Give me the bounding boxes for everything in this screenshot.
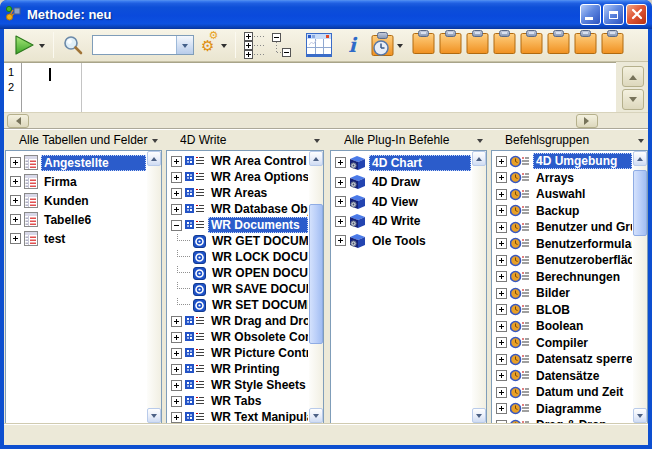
tree-item[interactable]: Benutzer und Gruppen bbox=[494, 219, 632, 236]
code-editor[interactable]: 1 2 bbox=[4, 62, 616, 112]
editor-horizontal-scrollbar[interactable] bbox=[4, 112, 648, 128]
expand-toggle[interactable] bbox=[496, 238, 507, 249]
tree-item[interactable]: Backup bbox=[494, 203, 632, 220]
tree-item[interactable]: Auswahl bbox=[494, 186, 632, 203]
tree-item[interactable]: WR Area Options bbox=[169, 169, 308, 185]
expand-toggle[interactable] bbox=[171, 364, 182, 375]
tree-item[interactable]: Tabelle6 bbox=[8, 210, 146, 229]
expand-toggle[interactable] bbox=[496, 354, 507, 365]
expand-toggle[interactable] bbox=[496, 189, 507, 200]
clipboard-icon[interactable] bbox=[439, 30, 462, 60]
tree-item[interactable]: WR GET DOCUMENT bbox=[169, 233, 308, 249]
tree-item[interactable]: WR Areas bbox=[169, 185, 308, 201]
expand-toggle[interactable] bbox=[171, 204, 182, 215]
combobox-dropdown-button[interactable] bbox=[176, 36, 193, 54]
scroll-up-button[interactable] bbox=[147, 151, 161, 166]
tree-item[interactable]: WR Text Manipulation bbox=[169, 409, 308, 424]
tree-item[interactable]: Datum und Zeit bbox=[494, 384, 632, 401]
tree-item[interactable]: Diagramme bbox=[494, 401, 632, 418]
scroll-left-button[interactable] bbox=[7, 114, 29, 128]
tree-item[interactable]: Kunden bbox=[8, 191, 146, 210]
tree-item[interactable]: Boolean bbox=[494, 318, 632, 335]
expand-toggle[interactable] bbox=[496, 222, 507, 233]
scroll-up-button[interactable] bbox=[472, 151, 486, 166]
expand-toggle[interactable] bbox=[171, 316, 182, 327]
clipboard-icon[interactable] bbox=[493, 30, 516, 60]
expand-toggle[interactable] bbox=[496, 172, 507, 183]
tree-item[interactable]: Datensätze bbox=[494, 368, 632, 385]
tree-item[interactable]: Berechnungen bbox=[494, 269, 632, 286]
tree-list[interactable]: 4D Chart4D Draw4D View4D WriteOle Tools bbox=[330, 150, 487, 424]
tree-item[interactable]: WR OPEN DOCUMENT bbox=[169, 265, 308, 281]
collapse-toggle[interactable] bbox=[171, 220, 182, 231]
scroll-down-button[interactable] bbox=[309, 408, 323, 423]
tree-item[interactable]: WR Drag and Drop bbox=[169, 313, 308, 329]
tree-item[interactable]: WR LOCK DOCUMENT bbox=[169, 249, 308, 265]
expand-toggle[interactable] bbox=[171, 348, 182, 359]
tree-list[interactable]: AngestellteFirmaKundenTabelle6test bbox=[5, 150, 162, 424]
tree-item[interactable]: Drag & Drop bbox=[494, 417, 632, 424]
scroll-down-button[interactable] bbox=[472, 408, 486, 423]
tree-item[interactable]: WR Picture Control bbox=[169, 345, 308, 361]
tree-item[interactable]: Datensatz sperren bbox=[494, 351, 632, 368]
close-button[interactable] bbox=[626, 4, 647, 25]
minimize-button[interactable] bbox=[580, 4, 601, 25]
expand-toggle[interactable] bbox=[496, 321, 507, 332]
expand-toggle[interactable] bbox=[10, 214, 21, 225]
tree-item[interactable]: 4D View bbox=[333, 192, 471, 212]
expand-toggle[interactable] bbox=[335, 235, 346, 246]
expand-toggle[interactable] bbox=[10, 195, 21, 206]
expand-toggle[interactable] bbox=[335, 177, 346, 188]
list-scrollbar[interactable] bbox=[147, 151, 161, 423]
tree-item[interactable]: Arrays bbox=[494, 170, 632, 187]
expand-toggle[interactable] bbox=[496, 337, 507, 348]
tree-item[interactable]: 4D Write bbox=[333, 212, 471, 232]
list-scrollbar[interactable] bbox=[309, 151, 323, 423]
tree-item[interactable]: Bilder bbox=[494, 285, 632, 302]
titlebar[interactable]: Methode: neu bbox=[0, 0, 652, 29]
expand-toggle[interactable] bbox=[335, 196, 346, 207]
expand-toggle[interactable] bbox=[171, 332, 182, 343]
clipboard-icon[interactable] bbox=[601, 30, 624, 60]
clipboard-icon[interactable] bbox=[466, 30, 489, 60]
search-button[interactable] bbox=[62, 34, 85, 57]
tree-item[interactable]: 4D Chart bbox=[333, 153, 471, 173]
tree-item[interactable]: WR Documents bbox=[169, 217, 308, 233]
clipboard-icon[interactable] bbox=[574, 30, 597, 60]
scrollbar-thumb[interactable] bbox=[309, 204, 323, 344]
panel-header[interactable]: Alle Tabellen und Felder bbox=[5, 130, 162, 150]
tree-item[interactable]: WR Database Objects bbox=[169, 201, 308, 217]
panel-menu-arrow-icon[interactable] bbox=[477, 139, 483, 146]
tree-item[interactable]: BLOB bbox=[494, 302, 632, 319]
tree-item[interactable]: test bbox=[8, 229, 146, 248]
expand-toggle[interactable] bbox=[171, 380, 182, 391]
expand-toggle[interactable] bbox=[496, 205, 507, 216]
expand-toggle[interactable] bbox=[496, 156, 507, 167]
scroll-up-button[interactable] bbox=[309, 151, 323, 166]
run-method-button[interactable] bbox=[12, 33, 45, 57]
macros-dropdown-arrow-icon[interactable] bbox=[221, 44, 227, 51]
panel-header[interactable]: Alle Plug-In Befehle bbox=[330, 130, 487, 150]
scroll-down-button[interactable] bbox=[622, 89, 644, 110]
expand-toggle[interactable] bbox=[496, 271, 507, 282]
run-dropdown-arrow-icon[interactable] bbox=[39, 44, 45, 51]
expand-toggle[interactable] bbox=[335, 216, 346, 227]
expand-toggle[interactable] bbox=[171, 188, 182, 199]
clipboard-history-button[interactable] bbox=[371, 32, 403, 58]
clipboard-icon[interactable] bbox=[547, 30, 570, 60]
expand-toggle[interactable] bbox=[10, 176, 21, 187]
panel-header[interactable]: Befehlsgruppen bbox=[491, 130, 648, 150]
scroll-right-button[interactable] bbox=[576, 114, 598, 128]
expand-toggle[interactable] bbox=[335, 157, 346, 168]
expand-toggle[interactable] bbox=[496, 387, 507, 398]
macros-button[interactable]: ⚙⚙ bbox=[201, 38, 227, 53]
collapse-all-button[interactable] bbox=[272, 32, 293, 59]
panel-menu-arrow-icon[interactable] bbox=[152, 139, 158, 146]
tree-item[interactable]: 4D Draw bbox=[333, 173, 471, 193]
panel-header[interactable]: 4D Write bbox=[166, 130, 324, 150]
tree-item[interactable]: 4D Umgebung bbox=[494, 153, 632, 170]
tree-item[interactable]: WR SET DOCUMENT bbox=[169, 297, 308, 313]
scroll-up-button[interactable] bbox=[633, 151, 647, 166]
clipboard-icon[interactable] bbox=[412, 30, 435, 60]
tree-item[interactable]: Ole Tools bbox=[333, 231, 471, 251]
